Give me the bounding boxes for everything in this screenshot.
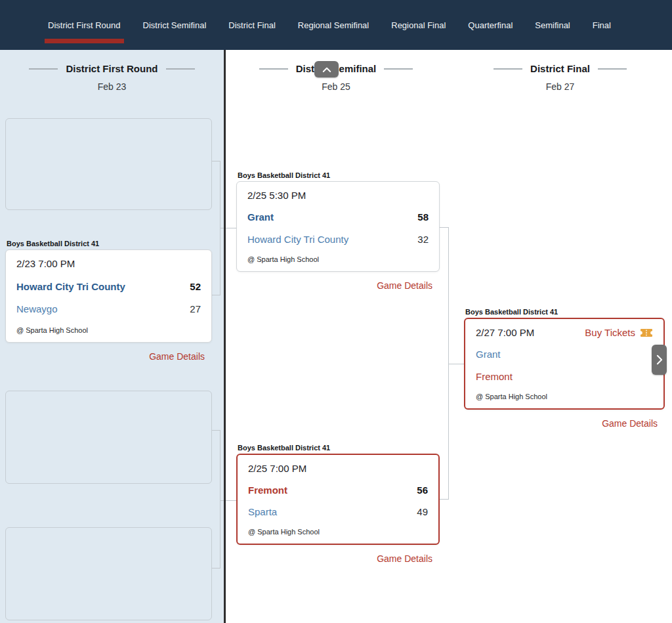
tab-district-first-round[interactable]: District First Round xyxy=(48,20,121,30)
game-details-link[interactable]: Game Details xyxy=(464,418,665,429)
team-name: Fremont xyxy=(248,484,287,496)
bracket-connector xyxy=(220,430,220,569)
empty-game-slot xyxy=(5,118,212,210)
header-dash xyxy=(494,68,522,70)
tab-semifinal[interactable]: Semifinal xyxy=(535,20,570,30)
team-name: Howard City Tri County xyxy=(247,234,348,245)
game-group-semifinal-1: Boys Basketball District 41 2/25 5:30 PM… xyxy=(236,172,440,291)
team-name: Howard City Tri County xyxy=(16,281,125,292)
bracket-label: Boys Basketball District 41 xyxy=(465,309,665,316)
header-dash xyxy=(598,68,627,70)
bracket-label: Boys Basketball District 41 xyxy=(238,172,440,179)
bracket-label: Boys Basketball District 41 xyxy=(7,240,212,247)
header-dash xyxy=(384,68,413,70)
tab-quarterfinal[interactable]: Quarterfinal xyxy=(468,20,513,30)
chevron-right-icon xyxy=(655,353,664,367)
team-score: 49 xyxy=(417,506,428,517)
empty-game-slot xyxy=(5,527,212,620)
game-group-first-round: Boys Basketball District 41 2/23 7:00 PM… xyxy=(5,240,212,362)
tab-label: District Semifinal xyxy=(143,20,207,30)
round-header-first-round: District First Round Feb 23 xyxy=(0,63,224,92)
game-group-final: Boys Basketball District 41 2/27 7:00 PM… xyxy=(464,309,665,429)
bracket-connector xyxy=(440,227,448,228)
chevron-up-icon xyxy=(321,65,333,74)
round-title: District Final xyxy=(530,63,590,74)
tab-final[interactable]: Final xyxy=(593,20,611,30)
bracket-connector xyxy=(212,568,220,569)
team-score: 32 xyxy=(417,234,429,245)
tab-label: Final xyxy=(593,20,611,30)
round-title: District First Round xyxy=(66,63,158,74)
tab-district-final[interactable]: District Final xyxy=(228,20,276,30)
team-name: Grant xyxy=(476,349,501,360)
game-datetime: 2/25 7:00 PM xyxy=(248,463,306,474)
team-name: Grant xyxy=(247,211,274,223)
header-dash xyxy=(166,68,195,70)
empty-game-slot xyxy=(5,391,212,484)
column-divider xyxy=(224,50,226,623)
bracket-page: District First Round District Semifinal … xyxy=(0,0,672,623)
round-nav: District First Round District Semifinal … xyxy=(0,0,672,50)
tab-label: Regional Semifinal xyxy=(298,20,369,30)
game-card-highlighted: 2/25 7:00 PM Fremont 56 Sparta 49 @ Spar… xyxy=(236,454,440,545)
bracket-connector xyxy=(212,430,220,431)
header-dash xyxy=(29,68,58,70)
game-details-link[interactable]: Game Details xyxy=(236,553,440,564)
tab-label: District First Round xyxy=(48,20,121,30)
game-card: 2/23 7:00 PM Howard City Tri County 52 N… xyxy=(5,249,212,343)
game-group-semifinal-2: Boys Basketball District 41 2/25 7:00 PM… xyxy=(236,444,440,564)
team-name: Newaygo xyxy=(16,303,58,314)
bracket-connector xyxy=(448,364,464,364)
game-details-link[interactable]: Game Details xyxy=(5,351,212,362)
active-tab-indicator xyxy=(45,39,124,43)
scroll-up-button[interactable] xyxy=(314,61,339,77)
buy-tickets-label: Buy Tickets xyxy=(585,327,635,338)
game-venue: @ Sparta High School xyxy=(16,326,201,334)
bracket-connector xyxy=(220,500,236,501)
bracket-connector xyxy=(440,499,448,500)
team-name: Sparta xyxy=(248,506,277,517)
game-venue: @ Sparta High School xyxy=(248,528,428,536)
round-date: Feb 25 xyxy=(224,81,448,92)
game-card-highlighted: 2/27 7:00 PM Buy Tickets Grant Fremont @ xyxy=(464,318,665,410)
round-date: Feb 23 xyxy=(0,81,224,92)
team-score: 58 xyxy=(417,211,429,223)
game-venue: @ Sparta High School xyxy=(247,255,429,263)
buy-tickets-link[interactable]: Buy Tickets xyxy=(585,327,653,338)
tab-label: Semifinal xyxy=(535,20,570,30)
game-card: 2/25 5:30 PM Grant 58 Howard City Tri Co… xyxy=(236,181,440,272)
game-datetime: 2/25 5:30 PM xyxy=(247,190,306,201)
tab-district-semifinal[interactable]: District Semifinal xyxy=(143,20,207,30)
game-venue: @ Sparta High School xyxy=(476,393,653,400)
bracket-connector xyxy=(212,295,220,295)
game-datetime: 2/23 7:00 PM xyxy=(16,258,75,269)
team-score: 27 xyxy=(190,303,201,314)
header-dash xyxy=(259,68,288,70)
game-details-link[interactable]: Game Details xyxy=(236,280,440,291)
round-header-final: District Final Feb 27 xyxy=(448,63,672,92)
team-name: Fremont xyxy=(476,371,513,382)
round-date: Feb 27 xyxy=(448,81,672,92)
bracket-connector xyxy=(212,161,220,161)
tab-regional-final[interactable]: Regional Final xyxy=(391,20,446,30)
ticket-icon xyxy=(640,328,653,337)
game-datetime: 2/27 7:00 PM xyxy=(476,327,534,338)
bracket-label: Boys Basketball District 41 xyxy=(238,444,440,452)
team-score: 52 xyxy=(190,281,201,292)
bracket-connector xyxy=(220,228,236,228)
tab-label: Quarterfinal xyxy=(468,20,513,30)
tab-label: District Final xyxy=(228,20,276,30)
tab-regional-semifinal[interactable]: Regional Semifinal xyxy=(298,20,369,30)
team-score: 56 xyxy=(417,484,428,496)
tab-label: Regional Final xyxy=(391,20,446,30)
scroll-right-button[interactable] xyxy=(652,345,667,375)
